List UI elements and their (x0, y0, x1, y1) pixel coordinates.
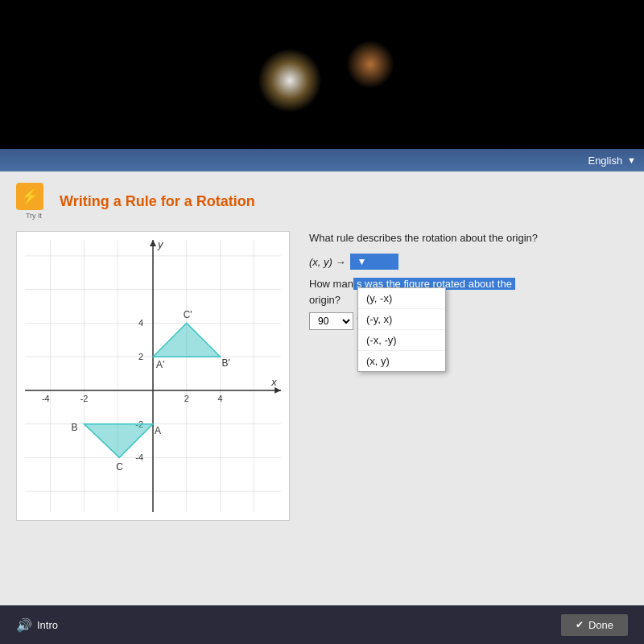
svg-text:4: 4 (138, 318, 143, 328)
top-navigation-bar: English ▼ (0, 149, 644, 171)
header-row: ⚡ Try It Writing a Rule for a Rotation (16, 183, 628, 220)
language-label: English (588, 155, 622, 167)
svg-text:B': B' (221, 357, 229, 369)
degrees-select[interactable]: 90 180 270 (309, 312, 353, 330)
svg-marker-17 (275, 387, 281, 394)
main-content-area: ⚡ Try It Writing a Rule for a Rotation (0, 171, 644, 605)
svg-text:-2: -2 (80, 394, 89, 403)
coordinate-graph: x y -4 -2 2 4 4 2 -2 -4 (17, 232, 289, 520)
two-column-layout: x y -4 -2 2 4 4 2 -2 -4 (16, 231, 628, 521)
dropdown-item-1[interactable]: (y, -x) (358, 288, 445, 309)
svg-text:A: A (155, 425, 161, 436)
try-it-icon: ⚡ (16, 183, 43, 210)
try-it-label: Try It (26, 212, 42, 220)
svg-marker-18 (150, 240, 156, 246)
glare-effect-2 (346, 40, 394, 89)
intro-label: Intro (37, 619, 58, 631)
done-label: Done (588, 619, 613, 631)
svg-text:B: B (72, 422, 78, 433)
how-many-suffix: origin? (309, 294, 341, 306)
speaker-icon: 🔊 (16, 617, 32, 633)
question-text: What rule describes the rotation about t… (309, 231, 628, 246)
svg-text:4: 4 (217, 394, 222, 403)
rule-row: (x, y) → ▼ (309, 254, 628, 270)
svg-text:2: 2 (184, 394, 189, 403)
done-button[interactable]: ✔ Done (561, 614, 628, 636)
dropdown-menu: (y, -x) (-y, x) (-x, -y) (x, y) (357, 287, 446, 372)
rule-dropdown[interactable]: ▼ (350, 254, 398, 270)
svg-text:C: C (116, 461, 123, 473)
svg-text:-4: -4 (42, 394, 50, 403)
svg-text:2: 2 (138, 352, 143, 361)
dropdown-item-3[interactable]: (-x, -y) (358, 330, 445, 351)
try-it-icon-wrapper: ⚡ Try It (16, 183, 52, 220)
svg-text:C': C' (184, 309, 192, 320)
rule-prefix: (x, y) → (309, 256, 345, 268)
rule-dropdown-arrow: ▼ (357, 256, 366, 267)
svg-text:A': A' (156, 359, 164, 370)
top-black-area (0, 0, 644, 149)
dropdown-item-2[interactable]: (-y, x) (358, 309, 445, 330)
question-area: What rule describes the rotation about t… (309, 231, 628, 521)
glare-effect (258, 48, 322, 113)
svg-text:y: y (157, 238, 164, 250)
page-title: Writing a Rule for a Rotation (60, 193, 255, 210)
language-dropdown-arrow[interactable]: ▼ (627, 155, 636, 165)
dropdown-item-4[interactable]: (x, y) (358, 351, 445, 371)
svg-marker-29 (153, 323, 221, 357)
how-many-prefix: How man (309, 278, 353, 290)
svg-text:x: x (270, 376, 277, 388)
lightning-icon: ⚡ (21, 188, 39, 205)
checkmark-icon: ✔ (576, 619, 584, 630)
svg-text:-4: -4 (135, 452, 143, 462)
graph-container: x y -4 -2 2 4 4 2 -2 -4 (16, 231, 290, 521)
intro-button[interactable]: 🔊 Intro (16, 617, 58, 633)
bottom-bar: 🔊 Intro ✔ Done (0, 605, 644, 644)
